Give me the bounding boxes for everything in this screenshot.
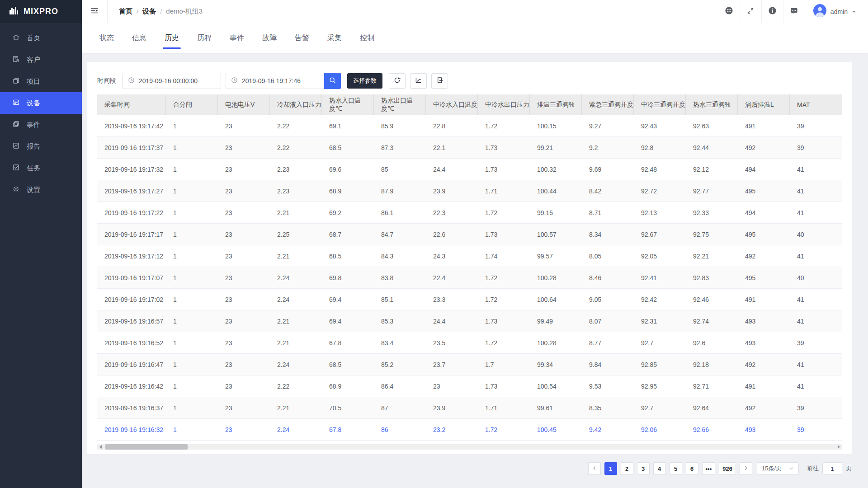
table-row[interactable]: 2019-09-16 19:17:021232.2469.485.123.31.…: [97, 289, 842, 310]
table-row[interactable]: 2019-09-16 19:16:571232.2169.485.324.41.…: [97, 310, 842, 332]
table-cell: 92.13: [634, 202, 686, 223]
tab-info[interactable]: 信息: [129, 23, 149, 53]
table-cell: 23: [218, 332, 270, 353]
table-cell: 92.18: [686, 354, 738, 375]
table-row[interactable]: 2019-09-16 19:16:471232.2468.585.223.71.…: [97, 354, 842, 375]
table-cell: 22.6: [426, 224, 478, 245]
table-cell: 92.71: [686, 375, 738, 397]
sidebar-item-customers[interactable]: 客户: [0, 49, 82, 70]
refresh-button[interactable]: [389, 73, 406, 89]
page-size-value: 15条/页: [762, 465, 782, 473]
message-button[interactable]: [783, 0, 805, 23]
table-cell: 92.46: [686, 289, 738, 310]
table-cell: 39: [790, 332, 842, 353]
table-cell: 68.5: [322, 354, 374, 375]
time-range-label: 时间段: [97, 77, 116, 85]
jump-page-input[interactable]: 1: [822, 462, 842, 475]
scrollbar-thumb[interactable]: [105, 444, 188, 450]
more-pages-button[interactable]: •••: [702, 462, 716, 475]
table-row[interactable]: 2019-09-16 19:17:421232.2269.185.922.81.…: [97, 115, 842, 137]
page-button-3[interactable]: 3: [637, 462, 650, 475]
table-cell: 23: [218, 267, 270, 288]
horizontal-scrollbar[interactable]: [97, 444, 842, 450]
table-cell: 2.24: [270, 419, 322, 440]
table-cell: 2.22: [270, 137, 322, 158]
search-button[interactable]: [324, 73, 341, 89]
table-row[interactable]: 2019-09-16 19:17:171232.2568.784.722.61.…: [97, 224, 842, 245]
fullscreen-button[interactable]: [740, 0, 761, 23]
sidebar-item-devices[interactable]: 设备: [0, 92, 82, 114]
tab-alarms[interactable]: 告警: [292, 23, 312, 53]
end-time-input[interactable]: 2019-09-16 19:17:46: [226, 73, 324, 89]
page-button-5[interactable]: 5: [670, 462, 682, 475]
table-cell: 1: [166, 202, 218, 223]
table-row[interactable]: 2019-09-16 19:16:321232.2467.88623.21.72…: [97, 419, 842, 441]
chart-view-button[interactable]: [410, 73, 427, 89]
sidebar-item-home[interactable]: 首页: [0, 27, 82, 49]
table-cell: 8.07: [582, 310, 634, 332]
column-header: 合分闸: [166, 94, 218, 115]
table-row[interactable]: 2019-09-16 19:17:071232.2469.883.822.41.…: [97, 267, 842, 289]
page-button-6[interactable]: 6: [686, 462, 698, 475]
table-row[interactable]: 2019-09-16 19:17:321232.2369.68524.41.73…: [97, 159, 842, 180]
page-button-4[interactable]: 4: [653, 462, 666, 475]
tab-status[interactable]: 状态: [97, 23, 117, 53]
table-cell: 92.44: [686, 137, 738, 158]
scroll-right-arrow[interactable]: [835, 444, 842, 450]
sidebar-item-reports[interactable]: 报告: [0, 136, 82, 157]
table-cell: 2.23: [270, 159, 322, 180]
table-cell: 100.44: [530, 180, 582, 202]
prev-page-button[interactable]: [588, 462, 601, 475]
table-row[interactable]: 2019-09-16 19:16:421232.2268.986.4231.73…: [97, 375, 842, 397]
table-cell: 99.34: [530, 354, 582, 375]
breadcrumb-devices[interactable]: 设备: [142, 7, 156, 16]
tab-collection[interactable]: 采集: [325, 23, 344, 53]
select-params-button[interactable]: 选择参数: [347, 73, 382, 89]
column-header: 涡后排温L: [738, 94, 790, 115]
table-cell: 1.73: [478, 159, 530, 180]
sidebar-item-tasks[interactable]: 任务: [0, 157, 82, 179]
start-time-input[interactable]: 2019-09-16 00:00:00: [123, 73, 221, 89]
table-cell: 92.05: [634, 245, 686, 267]
info-button[interactable]: [761, 0, 783, 23]
sidebar-item-label: 事件: [27, 121, 40, 129]
page-button-1[interactable]: 1: [604, 462, 617, 475]
table-cell: 23.7: [426, 354, 478, 375]
table-cell: 9.2: [582, 137, 634, 158]
tab-control[interactable]: 控制: [357, 23, 377, 53]
table-row[interactable]: 2019-09-16 19:17:221232.2169.286.122.31.…: [97, 202, 842, 224]
table-row[interactable]: 2019-09-16 19:17:371232.2268.587.322.11.…: [97, 137, 842, 159]
page-button-926[interactable]: 926: [719, 462, 736, 475]
sidebar-item-settings[interactable]: 设置: [0, 179, 82, 201]
search-icon: [329, 76, 336, 85]
tab-events[interactable]: 事件: [227, 23, 247, 53]
scroll-left-arrow[interactable]: [97, 444, 104, 450]
breadcrumb-home[interactable]: 首页: [119, 7, 132, 16]
tab-faults[interactable]: 故障: [259, 23, 279, 53]
table-cell: 99.61: [530, 397, 582, 418]
sidebar-collapse-button[interactable]: [82, 0, 108, 23]
page-button-2[interactable]: 2: [621, 462, 633, 475]
table-cell: 87.3: [374, 137, 426, 158]
customer-icon: [12, 55, 20, 64]
tab-course[interactable]: 历程: [194, 23, 214, 53]
table-row[interactable]: 2019-09-16 19:17:121232.2168.584.324.31.…: [97, 245, 842, 267]
sidebar-item-events[interactable]: 事件: [0, 114, 82, 136]
table-cell: 92.66: [686, 419, 738, 440]
table-row[interactable]: 2019-09-16 19:16:521232.2167.883.423.51.…: [97, 332, 842, 354]
apps-grid-button[interactable]: [718, 0, 740, 23]
table-cell: 69.4: [322, 289, 374, 310]
page-size-select[interactable]: 15条/页: [757, 462, 799, 475]
sidebar-item-projects[interactable]: 项目: [0, 70, 82, 92]
column-header: MAT: [790, 94, 842, 115]
table-cell: 1.73: [478, 224, 530, 245]
next-page-button[interactable]: [740, 462, 752, 475]
user-menu[interactable]: admin: [805, 0, 868, 23]
table-cell: 69.4: [322, 310, 374, 332]
table-row[interactable]: 2019-09-16 19:17:271232.2368.987.923.91.…: [97, 180, 842, 202]
table-cell: 8.35: [582, 397, 634, 418]
export-button[interactable]: [431, 73, 448, 89]
table-row[interactable]: 2019-09-16 19:16:371232.2170.58723.91.71…: [97, 397, 842, 419]
device-icon: [12, 99, 20, 108]
tab-history[interactable]: 历史: [162, 23, 182, 53]
